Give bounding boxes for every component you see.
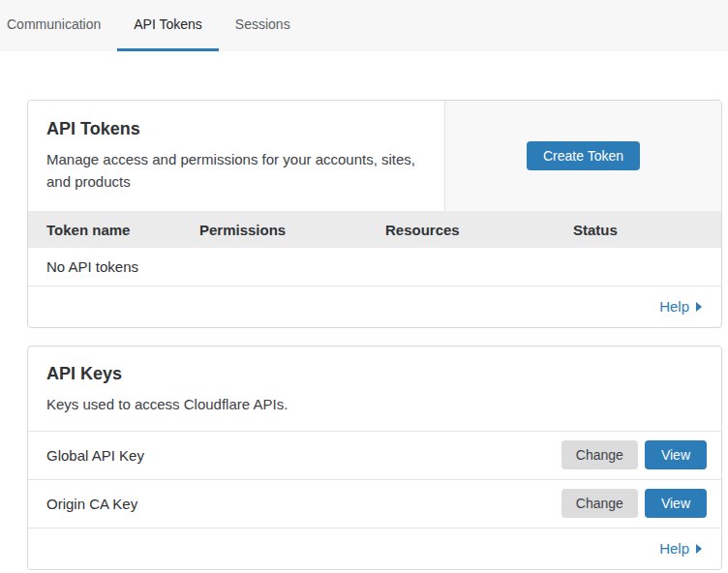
help-link-label: Help: [659, 298, 689, 315]
api-keys-card-footer: Help: [28, 528, 721, 569]
column-header-token-name: Token name: [28, 211, 199, 248]
api-key-row-global: Global API Key Change View: [28, 432, 721, 480]
api-keys-help-link[interactable]: Help: [659, 540, 702, 557]
column-header-status: Status: [573, 211, 721, 248]
change-global-api-key-button[interactable]: Change: [561, 440, 638, 469]
api-tokens-title: API Tokens: [46, 119, 425, 139]
api-keys-title: API Keys: [46, 364, 702, 384]
api-keys-description: Keys used to access Cloudflare APIs.: [46, 393, 430, 415]
view-origin-ca-key-button[interactable]: View: [645, 489, 707, 518]
api-tokens-table-header-row: Token name Permissions Resources Status: [28, 211, 721, 248]
change-origin-ca-key-button[interactable]: Change: [561, 489, 638, 518]
api-key-row-origin-ca: Origin CA Key Change View: [28, 480, 721, 528]
api-tokens-card-footer: Help: [28, 286, 721, 327]
tab-sessions[interactable]: Sessions: [219, 0, 307, 51]
api-tokens-help-link[interactable]: Help: [659, 298, 702, 315]
api-tokens-header-action: Create Token: [445, 101, 721, 211]
tab-communication[interactable]: Communication: [0, 0, 117, 51]
api-keys-card: API Keys Keys used to access Cloudflare …: [27, 346, 722, 570]
api-key-name: Global API Key: [46, 447, 561, 464]
view-global-api-key-button[interactable]: View: [645, 440, 707, 469]
column-header-resources: Resources: [385, 211, 573, 248]
help-link-label: Help: [659, 540, 689, 557]
api-keys-card-header: API Keys Keys used to access Cloudflare …: [28, 347, 721, 432]
help-arrow-icon: [696, 544, 702, 554]
tab-bar: Communication API Tokens Sessions: [0, 0, 728, 51]
api-tokens-description: Manage access and permissions for your a…: [46, 148, 425, 194]
api-tokens-card-header: API Tokens Manage access and permissions…: [28, 101, 721, 211]
api-tokens-card: API Tokens Manage access and permissions…: [27, 100, 722, 328]
api-tokens-header-text: API Tokens Manage access and permissions…: [28, 101, 445, 211]
api-tokens-empty-row: No API tokens: [28, 248, 721, 286]
api-tokens-table: Token name Permissions Resources Status …: [28, 211, 721, 286]
create-token-button[interactable]: Create Token: [527, 141, 640, 170]
empty-tokens-message: No API tokens: [28, 248, 721, 286]
api-key-actions: Change View: [561, 440, 707, 469]
help-arrow-icon: [696, 302, 702, 312]
api-key-actions: Change View: [561, 489, 707, 518]
tab-api-tokens[interactable]: API Tokens: [117, 0, 219, 51]
api-key-name: Origin CA Key: [46, 496, 561, 512]
column-header-permissions: Permissions: [199, 211, 385, 248]
